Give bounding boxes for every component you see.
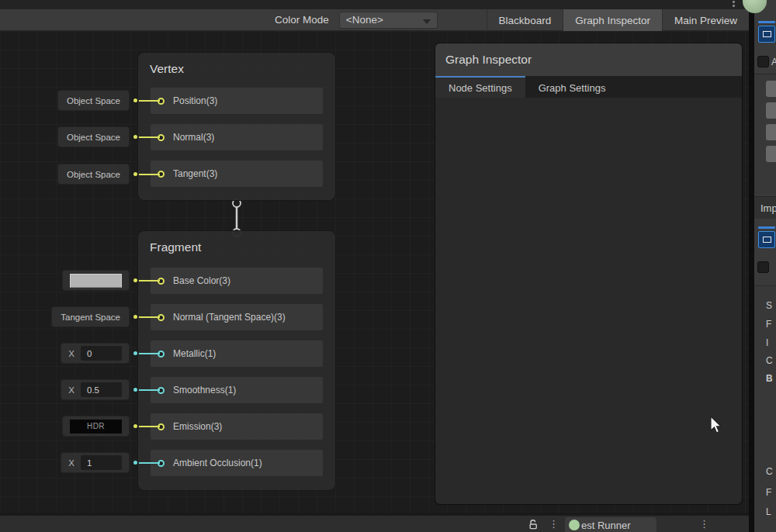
truncated-label: C [766,355,773,366]
tab-graph-settings[interactable]: Graph Settings [525,76,619,98]
space-dropdown[interactable]: Object Space [58,164,129,184]
main-preview-button[interactable]: Main Preview [662,9,749,31]
bottom-status-bar: ⋮ est Runner ⋮ [0,515,749,532]
port-row-tangent[interactable]: Tangent(3) [151,161,323,187]
float-field[interactable]: X 0.5 [61,380,129,399]
field-stub[interactable] [766,124,776,140]
truncated-label: I [766,337,768,348]
port-dot-icon [133,315,137,319]
vertex-node-title: Vertex [150,62,184,76]
port-dot-icon [133,172,137,176]
float-field[interactable]: X 0 [61,344,129,363]
graph-inspector-title[interactable]: Graph Inspector [435,43,742,76]
space-dropdown[interactable]: Object Space [58,91,129,110]
fragment-node-title: Fragment [150,240,201,254]
ao-value-widget: X 1 [61,453,160,472]
chevron-down-icon [423,19,431,24]
import-settings-header[interactable]: Imp [754,196,776,219]
port-dot-icon [133,98,137,102]
shader-graph-asset-icon[interactable] [758,21,775,43]
space-dropdown[interactable]: Object Space [58,127,129,147]
unlock-icon[interactable] [528,519,538,530]
port-row-emission[interactable]: Emission(3) [151,413,323,440]
port-dot-icon [133,461,137,465]
shader-graph-asset-icon[interactable] [758,226,775,248]
metallic-value-widget: X 0 [61,344,160,363]
position-space-widget: Object Space [58,91,160,110]
smoothness-value-widget: X 0.5 [61,380,160,399]
float-field[interactable]: X 1 [61,453,129,472]
port-row-smoothness[interactable]: Smoothness(1) [151,377,323,403]
port-row-base-color[interactable]: Base Color(3) [151,268,323,294]
shader-graph-toolbar: Color Mode <None> Blackboard Graph Inspe… [0,9,749,31]
color-mode-label: Color Mode [275,14,329,26]
window-top-strip [0,0,749,9]
port-row-position[interactable]: Position(3) [151,88,323,114]
kebab-menu-icon[interactable]: ⋮ [699,518,709,530]
value-input[interactable]: 0 [81,346,122,361]
graph-canvas[interactable]: Vertex Position(3) Normal(3) Tangent(3) … [0,31,749,514]
inspector-tab-bar: Node Settings Graph Settings [435,76,742,98]
hdr-color-field[interactable]: HDR [63,416,129,436]
test-runner-tab[interactable]: est Runner [565,517,656,532]
import-settings-body: S F I C B C F L [754,285,776,532]
tab-node-settings[interactable]: Node Settings [435,76,525,98]
port-row-normal[interactable]: Normal(3) [151,124,323,150]
port-dot-icon [133,351,137,355]
settings-section [754,74,776,194]
color-mode-value: <None> [346,14,383,26]
value-input[interactable]: 1 [81,455,122,470]
kebab-menu-icon[interactable]: ⋮ [549,518,559,530]
truncated-label: L [766,506,771,517]
port-row-normal-ts[interactable]: Normal (Tangent Space)(3) [151,304,323,330]
normal-space-widget: Object Space [58,127,160,147]
fragment-node[interactable]: Fragment Base Color(3) Normal (Tangent S… [138,231,335,490]
emission-color-widget: HDR [63,416,160,436]
port-dot-icon [133,388,137,392]
color-field[interactable] [63,271,129,290]
status-dot-icon [569,520,580,530]
truncated-label: S [766,300,772,311]
port-row-metallic[interactable]: Metallic(1) [151,340,323,367]
unity-shader-graph-window: Color Mode <None> Blackboard Graph Inspe… [0,0,776,532]
graph-inspector-panel: Graph Inspector Node Settings Graph Sett… [435,43,742,504]
port-dot-icon [133,278,137,282]
overflow-menu-icon[interactable] [733,1,735,9]
truncated-label: F [766,319,771,330]
panel-divider[interactable] [749,0,754,532]
truncated-label: B [766,373,773,384]
right-inspector-panel: A Imp S F I C B C F L [754,0,776,532]
vertex-node[interactable]: Vertex Position(3) Normal(3) Tangent(3) [138,53,335,200]
mouse-cursor [710,416,723,434]
truncated-label: C [766,466,773,477]
port-row-ambient-occlusion[interactable]: Ambient Occlusion(1) [151,450,323,476]
graph-inspector-button[interactable]: Graph Inspector [563,9,662,31]
normal-ts-space-widget: Tangent Space [52,307,160,326]
base-color-widget [63,271,160,290]
hdr-swatch[interactable]: HDR [70,420,122,434]
port-dot-icon [133,135,137,139]
checkbox[interactable] [757,56,769,67]
tangent-space-widget: Object Space [58,164,160,184]
field-stub[interactable] [766,81,776,97]
field-stub[interactable] [766,146,776,162]
truncated-label: F [766,487,771,498]
checkbox[interactable] [757,261,769,273]
field-stub[interactable] [766,102,776,119]
color-swatch[interactable] [70,274,122,288]
color-mode-dropdown[interactable]: <None> [339,12,438,29]
blackboard-button[interactable]: Blackboard [487,9,563,31]
space-dropdown[interactable]: Tangent Space [52,307,129,326]
value-input[interactable]: 0.5 [81,382,122,397]
port-dot-icon [133,424,137,428]
